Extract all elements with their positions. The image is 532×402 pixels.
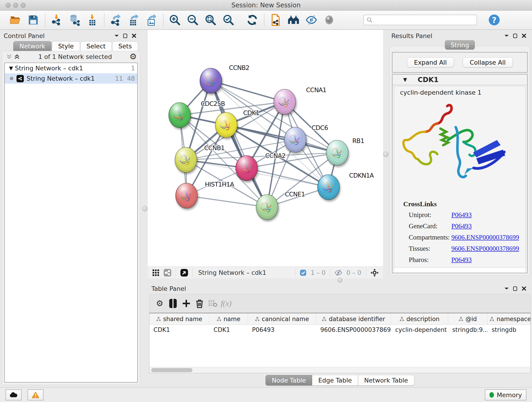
string-protein-query-button[interactable] [268, 12, 283, 27]
panel-menu-button[interactable] [502, 285, 511, 292]
open-session-button[interactable] [8, 12, 23, 27]
close-panel-button[interactable] [520, 32, 528, 39]
splitter-handle[interactable] [142, 206, 147, 211]
table-cell[interactable]: CDK1 [149, 325, 209, 335]
export-table-button[interactable] [126, 12, 141, 27]
zoom-selected-button[interactable] [221, 12, 236, 27]
network-node-CDKN1A[interactable]: CDKN1A [317, 172, 374, 200]
network-node-CDK1[interactable]: CDK1 [215, 109, 259, 138]
tab-network-table[interactable]: Network Table [358, 375, 414, 385]
string-view-icon[interactable] [162, 268, 173, 277]
close-panel-button[interactable] [520, 285, 528, 292]
collapse-all-button[interactable]: Collapse All [462, 57, 513, 67]
horizontal-splitter[interactable] [148, 279, 532, 282]
network-canvas[interactable]: CCNB2CCNA1CDC25BCDK1CDC6RB1CCNB1CCNA2CDK… [148, 30, 383, 267]
table-options-gear-icon[interactable]: ⚙ [153, 297, 166, 310]
expand-all-button[interactable]: Expand All [407, 57, 454, 67]
table-cell[interactable]: stringdb:9... [448, 325, 488, 335]
tab-string[interactable]: String [445, 40, 475, 50]
network-node-RB1[interactable]: RB1 [326, 137, 364, 165]
show-columns-icon[interactable] [166, 297, 180, 310]
help-button[interactable]: ? [487, 12, 502, 27]
entry-collapse-caret-icon[interactable]: ▼ [393, 77, 418, 83]
network-node-HIST1H1A[interactable]: HIST1H1A [176, 181, 234, 208]
network-edge-CCNB2-CCNA1[interactable] [211, 81, 285, 102]
table-cell[interactable]: P06493 [248, 325, 316, 335]
warning-button[interactable] [27, 389, 44, 400]
network-edge-CCNA2-CDKN1A[interactable] [247, 168, 328, 187]
tab-edge-table[interactable]: Edge Table [312, 375, 358, 385]
table-cell[interactable]: 9606.ENSP00000378699 [316, 325, 391, 335]
left-splitter[interactable] [142, 30, 148, 387]
export-network-button[interactable] [108, 12, 123, 27]
hidden-eye-icon[interactable] [333, 268, 344, 277]
help-icon: ? [488, 14, 500, 26]
import-table-button[interactable] [85, 12, 100, 27]
entry-scrollbar[interactable] [394, 267, 526, 273]
grid-view-icon[interactable] [150, 268, 162, 277]
column-header-name[interactable]: name [209, 313, 248, 325]
cloud-button[interactable] [6, 389, 22, 400]
import-network-database-button[interactable] [67, 12, 82, 27]
network-row-selected[interactable]: String Network – cdk1 11 48 [5, 73, 137, 84]
float-panel-button[interactable] [121, 32, 130, 39]
first-neighbors-button[interactable] [286, 12, 301, 27]
crosslink-link[interactable]: P06493 [451, 211, 472, 219]
float-panel-button[interactable] [511, 285, 520, 292]
zoom-out-button[interactable] [185, 12, 200, 27]
column-header-@id[interactable]: @id [448, 313, 488, 325]
splitter-handle[interactable] [337, 278, 342, 283]
column-header-description[interactable]: description [391, 313, 448, 325]
delete-column-icon[interactable] [193, 297, 206, 310]
crosslink-link[interactable]: P06493 [451, 256, 472, 264]
table-cell[interactable]: stringdb [488, 325, 531, 335]
apply-layout-button[interactable] [245, 12, 260, 27]
float-panel-button[interactable] [511, 32, 520, 39]
network-options-gear-icon[interactable]: ⚙ [129, 52, 137, 61]
crosslink-link[interactable]: 9606.ENSP00000378699 [451, 234, 519, 241]
tab-sets[interactable]: Sets [112, 41, 138, 51]
expand-all-networks-icon[interactable] [13, 53, 21, 60]
network-collection-row[interactable]: ▼ String Network – cdk1 1 [5, 63, 137, 73]
birds-eye-view-icon[interactable] [368, 268, 381, 277]
import-network-file-button[interactable] [49, 12, 64, 27]
column-header-namespace[interactable]: namespace [488, 313, 531, 325]
selected-checkbox-icon[interactable] [298, 268, 308, 277]
create-column-icon[interactable] [180, 297, 193, 310]
column-header-canonical-name[interactable]: canonical name [248, 313, 316, 325]
search-field[interactable] [363, 15, 477, 25]
column-header-database-identifier[interactable]: database identifier [316, 313, 391, 325]
collapse-caret-icon[interactable]: ▼ [7, 65, 15, 71]
open-view-icon[interactable] [178, 268, 190, 277]
memory-button[interactable]: Memory [485, 389, 526, 400]
panel-menu-button[interactable] [112, 32, 121, 39]
fit-content-button[interactable] [203, 12, 218, 27]
results-panel-title: Results Panel [391, 32, 432, 39]
save-session-button[interactable] [26, 12, 41, 27]
tab-network[interactable]: Network [13, 41, 51, 51]
scrollbar-thumb[interactable] [151, 368, 192, 372]
search-input[interactable] [375, 17, 474, 23]
network-node-CCNE1[interactable]: CCNE1 [256, 191, 305, 220]
hide-selected-button[interactable] [304, 12, 319, 27]
column-header-shared-name[interactable]: shared name [149, 313, 209, 325]
tab-node-table[interactable]: Node Table [266, 375, 312, 385]
hidden-node-edge-count: 0 – 0 [346, 269, 361, 276]
crosslink-link[interactable]: P06493 [451, 222, 472, 230]
table-cell[interactable]: CDK1 [209, 325, 248, 335]
export-image-button[interactable] [144, 12, 159, 27]
network-node-CCNA1[interactable]: CCNA1 [274, 86, 326, 114]
close-panel-button[interactable] [130, 32, 138, 39]
collapse-all-networks-icon[interactable] [5, 53, 13, 60]
table-horizontal-scrollbar[interactable] [149, 367, 530, 373]
network-edge-HIST1H1A-CCNE1[interactable] [186, 196, 267, 207]
panel-menu-button[interactable] [502, 32, 511, 39]
show-all-button[interactable] [322, 12, 337, 27]
splitter-handle[interactable] [383, 152, 389, 157]
zoom-in-button[interactable] [167, 12, 182, 27]
right-splitter[interactable] [383, 30, 388, 279]
crosslink-link[interactable]: 9606.ENSP00000378699 [451, 245, 519, 252]
tab-style[interactable]: Style [52, 41, 80, 51]
table-cell[interactable]: cyclin-dependent ... [391, 325, 448, 335]
tab-select[interactable]: Select [80, 41, 112, 51]
